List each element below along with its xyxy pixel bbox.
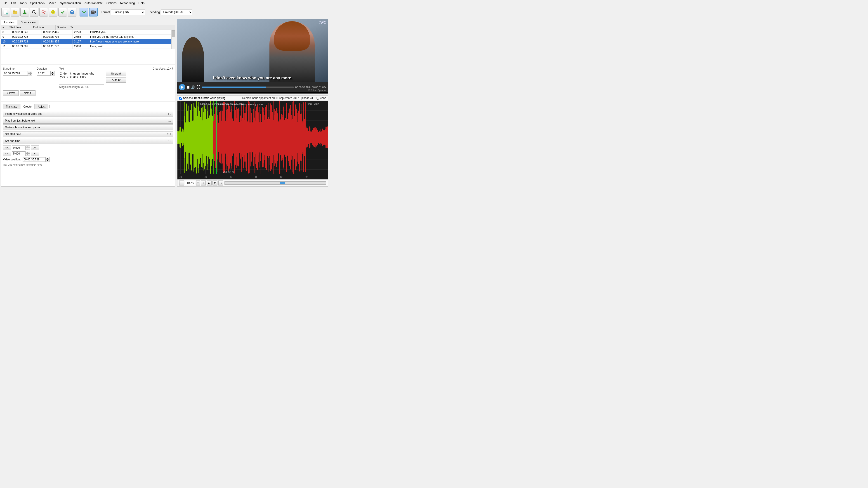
cell-end: 00:00:41.777 bbox=[41, 44, 72, 49]
menu-video[interactable]: Video bbox=[47, 1, 58, 5]
waveform-nav-button[interactable]: ⇥ bbox=[218, 181, 223, 186]
duration-up[interactable]: ▲ bbox=[51, 71, 55, 73]
zoom-out-button[interactable]: − bbox=[179, 181, 184, 186]
tab-source-view[interactable]: Source view bbox=[18, 20, 38, 25]
format-select[interactable]: SubRip (.srt) bbox=[111, 9, 145, 15]
stop-button[interactable] bbox=[187, 86, 189, 89]
adj-step1-down[interactable]: ▼ bbox=[26, 148, 30, 150]
video-pos-up[interactable]: ▲ bbox=[45, 157, 50, 160]
video-view-button[interactable] bbox=[89, 8, 98, 17]
menu-edit[interactable]: Edit bbox=[9, 1, 18, 5]
table-row[interactable]: 11 00:00:39.697 00:00:41.777 2.080 Flore… bbox=[1, 44, 175, 49]
menu-file[interactable]: File bbox=[1, 1, 9, 5]
table-row[interactable]: 9 00:00:32.736 00:00:35.704 2.968 I told… bbox=[1, 35, 175, 39]
play-icon bbox=[181, 86, 184, 89]
col-dur: Duration bbox=[55, 25, 69, 30]
scrollbar-thumb bbox=[280, 182, 285, 184]
menu-networking[interactable]: Networking bbox=[118, 1, 136, 5]
cell-end: 00:00:35.704 bbox=[41, 35, 72, 39]
settings-button[interactable] bbox=[49, 8, 57, 17]
menu-spellcheck[interactable]: Spell check bbox=[29, 1, 47, 5]
waveform-view-button[interactable] bbox=[80, 8, 88, 17]
menu-auto-translate[interactable]: Auto-translate bbox=[83, 1, 105, 5]
next-button[interactable]: Next > bbox=[20, 90, 35, 96]
video-pos-input[interactable] bbox=[23, 157, 45, 162]
find-replace-button[interactable] bbox=[39, 8, 48, 17]
episode-info: Demain nous appartient du 11 septembre 2… bbox=[242, 96, 326, 100]
create-btn-set-start-time[interactable]: Set start timeF11 bbox=[3, 131, 173, 137]
unbreak-button[interactable]: Unbreak bbox=[106, 71, 126, 76]
fkey-label: F12 bbox=[167, 140, 171, 142]
waveform-scrollbar[interactable] bbox=[224, 182, 326, 185]
cell-dur: 2.968 bbox=[72, 35, 89, 39]
table-row[interactable]: 8 00:00:30.243 00:00:32.466 2.223 I trus… bbox=[1, 30, 175, 35]
svg-rect-5 bbox=[23, 13, 26, 14]
expand-button[interactable]: ⊞ bbox=[213, 181, 217, 186]
adj-step-1[interactable] bbox=[12, 145, 26, 150]
video-pos-down[interactable]: ▼ bbox=[45, 160, 50, 162]
adj-step2-up[interactable]: ▲ bbox=[26, 151, 30, 154]
download-button[interactable] bbox=[20, 8, 29, 17]
create-buttons: Insert new subtitle at video posF9Play f… bbox=[3, 111, 173, 144]
subtitle-text-input[interactable]: I don't even know who you are any more. bbox=[59, 71, 104, 85]
adj-fwd-1[interactable]: >> bbox=[31, 145, 39, 150]
new-button[interactable]: + bbox=[1, 8, 10, 17]
cell-start: 00:00:32.736 bbox=[11, 35, 42, 39]
adjust-row-1: << ▲ ▼ >> bbox=[3, 145, 173, 150]
volume-button[interactable]: 🔊 bbox=[191, 85, 195, 90]
play-waveform-button[interactable]: ▶ bbox=[207, 181, 212, 186]
left-panel: List view Source view # Start time End t… bbox=[0, 18, 176, 188]
select-subtitle-checkbox[interactable] bbox=[179, 97, 182, 100]
create-btn-set-end-time[interactable]: Set end timeF12 bbox=[3, 138, 173, 144]
svg-text:?: ? bbox=[71, 10, 73, 14]
cell-end: 00:00:38.855 bbox=[41, 39, 72, 44]
tip-text: Tip: Use <ctrl+arrow left/right> keys bbox=[3, 163, 173, 166]
prev-button[interactable]: < Prev bbox=[3, 90, 19, 96]
tab-list-view[interactable]: List view bbox=[1, 20, 18, 25]
open-button[interactable] bbox=[11, 8, 20, 17]
start-time-input[interactable] bbox=[3, 71, 28, 76]
table-scroll[interactable]: 8 00:00:30.243 00:00:32.466 2.223 I trus… bbox=[1, 30, 175, 49]
progress-bar[interactable] bbox=[202, 87, 294, 88]
cell-num: 11 bbox=[1, 44, 11, 49]
adj-step-2[interactable] bbox=[12, 151, 26, 156]
adj-step2-down[interactable]: ▼ bbox=[26, 154, 30, 156]
auto-br-button[interactable]: Auto br bbox=[106, 77, 126, 83]
help-button[interactable]: ? bbox=[68, 8, 76, 17]
waveform-toolbar: Select current subtitle while playing De… bbox=[178, 96, 328, 101]
adj-fwd-2[interactable]: >> bbox=[31, 151, 39, 156]
encoding-select[interactable]: Unicode (UTF-8) bbox=[161, 9, 192, 15]
table-row[interactable]: 10 00:00:35.728 00:00:38.855 3.127 I don… bbox=[1, 39, 175, 44]
panel-tab-pipe: | bbox=[49, 104, 50, 109]
create-btn-label: Insert new subtitle at video pos bbox=[5, 112, 42, 116]
fullscreen-button[interactable]: ⛶ bbox=[197, 85, 200, 89]
search-button[interactable] bbox=[30, 8, 38, 17]
create-btn-play-from-just-before-text[interactable]: Play from just before textF10 bbox=[3, 118, 173, 124]
adj-back-2[interactable]: << bbox=[3, 151, 11, 156]
menu-tools[interactable]: Tools bbox=[18, 1, 28, 5]
zoom-dropdown[interactable]: ▼ bbox=[196, 181, 200, 186]
create-btn-label: Play from just before text bbox=[5, 119, 35, 122]
tab-translate[interactable]: Translate bbox=[3, 104, 20, 109]
create-btn-go-to-sub-position-and-pause[interactable]: Go to sub position and pause bbox=[3, 125, 173, 130]
start-time-up[interactable]: ▲ bbox=[28, 71, 32, 73]
validate-button[interactable] bbox=[58, 8, 67, 17]
adj-step1-up[interactable]: ▲ bbox=[26, 145, 30, 148]
zoom-in-button[interactable]: + bbox=[201, 181, 206, 186]
fkey-label: F9 bbox=[168, 112, 171, 115]
create-btn-insert-new-subtitle-at-video-pos[interactable]: Insert new subtitle at video posF9 bbox=[3, 111, 173, 117]
col-start: Start time bbox=[8, 25, 32, 30]
menu-synchronization[interactable]: Synchronization bbox=[58, 1, 83, 5]
adj-back-1[interactable]: << bbox=[3, 145, 11, 150]
select-subtitle-checkbox-label[interactable]: Select current subtitle while playing bbox=[179, 96, 225, 100]
menu-help[interactable]: Help bbox=[137, 1, 147, 5]
tab-create[interactable]: Create bbox=[21, 104, 35, 109]
menu-options[interactable]: Options bbox=[105, 1, 119, 5]
play-button[interactable] bbox=[179, 84, 185, 90]
start-time-down[interactable]: ▼ bbox=[28, 73, 32, 76]
zoom-percent: 100% bbox=[185, 181, 195, 185]
encoding-label: Encoding bbox=[148, 10, 160, 14]
duration-input[interactable] bbox=[37, 71, 50, 76]
tab-adjust[interactable]: Adjust bbox=[35, 104, 49, 109]
duration-down[interactable]: ▼ bbox=[51, 73, 55, 76]
